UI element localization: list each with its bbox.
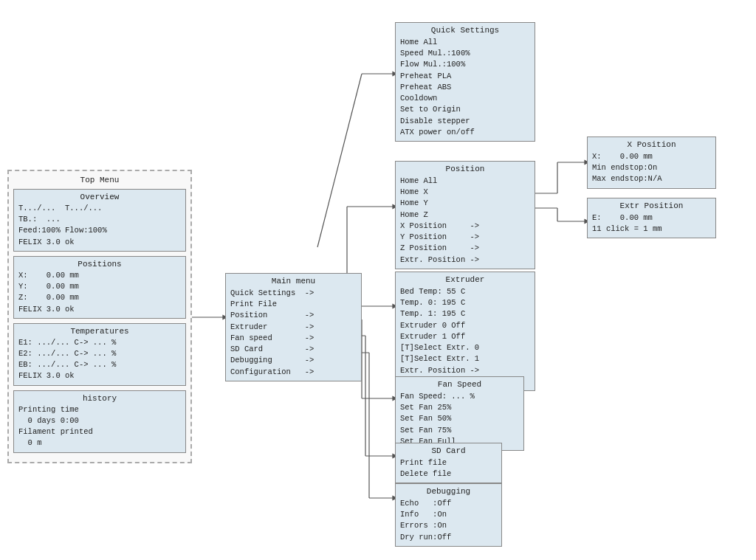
sd-card-box: SD Card Print file Delete file (395, 443, 502, 483)
debugging-title: Debugging (400, 487, 497, 496)
position-title: Position (400, 165, 530, 173)
svg-line-1 (317, 74, 362, 247)
history-content: Printing time 0 days 0:00 Filament print… (18, 404, 181, 449)
fan-speed-box: Fan Speed Fan Speed: ... % Set Fan 25% S… (395, 376, 524, 451)
extruder-box: Extruder Bed Temp: 55 C Temp. 0: 195 C T… (395, 272, 535, 391)
top-menu-container: Top Menu Overview T.../... T.../... TB.:… (7, 170, 192, 463)
temperatures-title: Temperatures (18, 327, 181, 336)
positions-title: Positions (18, 260, 181, 269)
sd-card-content: Print file Delete file (400, 457, 497, 480)
temperatures-content: E1: .../... C-> ... % E2: .../... C-> ..… (18, 337, 181, 382)
extr-position-box: Extr Position E: 0.00 mm 11 click = 1 mm (587, 198, 716, 238)
overview-box: Overview T.../... T.../... TB.: ... Feed… (13, 189, 186, 252)
debugging-box: Debugging Echo :Off Info :On Errors :On … (395, 483, 502, 547)
position-content: Home All Home X Home Y Home Z X Position… (400, 176, 530, 266)
main-menu-title: Main menu (230, 277, 357, 286)
x-position-content: X: 0.00 mm Min endstop:On Max endstop:N/… (592, 151, 711, 185)
main-menu-content: Quick Settings -> Print File Position ->… (230, 288, 357, 378)
quick-settings-content: Home All Speed Mul.:100% Flow Mul.:100% … (400, 37, 530, 138)
fan-speed-title: Fan Speed (400, 380, 519, 389)
quick-settings-box: Quick Settings Home All Speed Mul.:100% … (395, 22, 535, 142)
overview-title: Overview (18, 193, 181, 201)
history-title: history (18, 394, 181, 403)
extruder-content: Bed Temp: 55 C Temp. 0: 195 C Temp. 1: 1… (400, 286, 530, 387)
debugging-content: Echo :Off Info :On Errors :On Dry run:Of… (400, 498, 497, 543)
history-box: history Printing time 0 days 0:00 Filame… (13, 390, 186, 453)
overview-content: T.../... T.../... TB.: ... Feed:100% Flo… (18, 203, 181, 248)
main-menu-box: Main menu Quick Settings -> Print File P… (225, 273, 362, 381)
extr-position-content: E: 0.00 mm 11 click = 1 mm (592, 212, 711, 235)
fan-speed-content: Fan Speed: ... % Set Fan 25% Set Fan 50%… (400, 391, 519, 447)
quick-settings-title: Quick Settings (400, 26, 530, 35)
x-position-title: X Position (592, 140, 711, 149)
temperatures-box: Temperatures E1: .../... C-> ... % E2: .… (13, 323, 186, 386)
positions-box: Positions X: 0.00 mm Y: 0.00 mm Z: 0.00 … (13, 256, 186, 319)
extruder-title: Extruder (400, 275, 530, 284)
extr-position-title: Extr Position (592, 201, 711, 210)
top-menu-title: Top Menu (13, 176, 186, 184)
positions-content: X: 0.00 mm Y: 0.00 mm Z: 0.00 mm FELIX 3… (18, 270, 181, 315)
sd-card-title: SD Card (400, 446, 497, 455)
x-position-box: X Position X: 0.00 mm Min endstop:On Max… (587, 136, 716, 189)
position-box: Position Home All Home X Home Y Home Z X… (395, 161, 535, 269)
